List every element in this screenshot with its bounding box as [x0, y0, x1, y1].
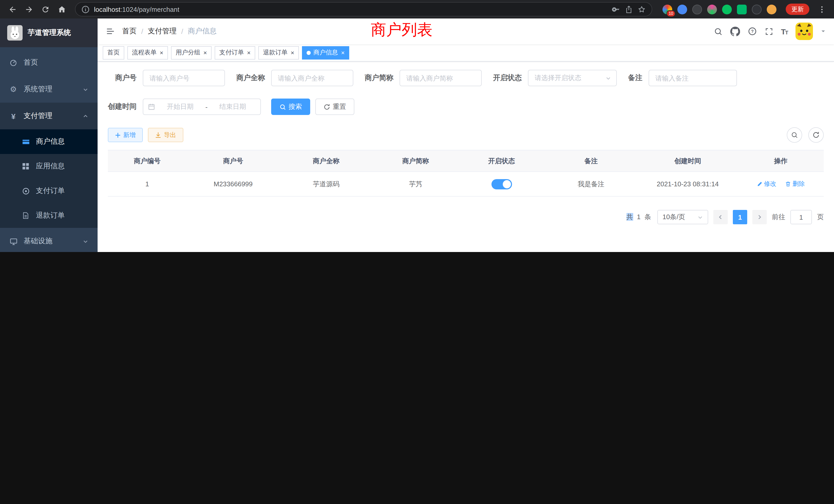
remark-input[interactable] — [649, 70, 737, 86]
table-toolbar: 新增 导出 — [108, 127, 824, 143]
breadcrumb-item[interactable]: 首页 — [122, 27, 137, 36]
column-header-status: 开启状态 — [459, 150, 545, 172]
user-avatar[interactable] — [795, 23, 813, 40]
browser-toolbar: localhost:1024/pay/merchant 10 更新 — [0, 0, 834, 19]
search-button[interactable]: 搜索 — [271, 98, 310, 115]
pencil-icon — [757, 181, 762, 187]
font-size-icon[interactable]: TT — [781, 27, 788, 36]
filter-row-2: 创建时间 开始日期 - 结束日期 搜索 重置 — [108, 98, 824, 115]
total-suffix: 条 — [644, 213, 651, 221]
reset-button[interactable]: 重置 — [315, 98, 354, 115]
github-icon[interactable] — [730, 26, 740, 36]
password-key-icon[interactable] — [612, 5, 620, 14]
sidebar-item-payment[interactable]: ¥ 支付管理 — [0, 102, 97, 129]
extension-icon[interactable] — [737, 4, 747, 14]
caret-down-icon[interactable] — [821, 29, 826, 34]
dashboard-icon — [9, 59, 18, 67]
add-button[interactable]: 新增 — [108, 128, 143, 142]
create-time-label: 创建时间 — [108, 102, 143, 111]
extension-icon[interactable] — [692, 4, 702, 14]
cell-no: 1 — [108, 172, 187, 196]
extension-icon[interactable] — [722, 4, 732, 14]
reload-button[interactable] — [38, 2, 52, 17]
extension-icon[interactable] — [707, 4, 717, 14]
fullscreen-icon[interactable] — [764, 27, 773, 36]
top-navbar: 首页 / 支付管理 / 商户信息 ? TT — [97, 19, 834, 44]
create-time-range-picker[interactable]: 开始日期 - 结束日期 — [143, 98, 261, 115]
date-start-placeholder: 开始日期 — [157, 102, 203, 111]
sidebar-item-system[interactable]: ⚙ 系统管理 — [0, 76, 97, 102]
help-icon[interactable]: ? — [747, 27, 757, 36]
page-size-select[interactable]: 10条/页 — [657, 210, 708, 224]
tab-pay-order[interactable]: 支付订单 × — [215, 46, 255, 59]
filter-row-1: 商户号 商户全称 商户简称 开启状态 请选择开启状态 — [108, 70, 824, 86]
goto-page-input[interactable] — [790, 210, 812, 224]
column-header-short-name: 商户简称 — [373, 150, 459, 172]
edit-button[interactable]: 修改 — [757, 180, 776, 188]
header-search-icon[interactable] — [714, 27, 722, 36]
tab-user-group[interactable]: 用户分组 × — [171, 46, 212, 59]
tab-close-icon[interactable]: × — [203, 49, 207, 56]
prev-page-button[interactable] — [713, 210, 728, 224]
forward-button[interactable] — [22, 2, 36, 17]
sidebar-toggle-button[interactable] — [106, 27, 115, 36]
sidebar-item-merchant-info[interactable]: 商户信息 — [0, 129, 97, 154]
total-count: 共 1 条 — [625, 212, 652, 222]
tab-close-icon[interactable]: × — [160, 49, 163, 56]
sidebar-item-app-info[interactable]: 应用信息 — [0, 154, 97, 179]
sidebar-item-pay-order[interactable]: 支付订单 — [0, 179, 97, 203]
breadcrumb-item-current: 商户信息 — [188, 27, 217, 36]
extension-icon[interactable] — [677, 4, 687, 14]
tab-refund-order[interactable]: 退款订单 × — [258, 46, 299, 59]
full-name-input[interactable] — [271, 70, 353, 86]
site-info-icon[interactable] — [81, 5, 90, 14]
address-bar[interactable]: localhost:1024/pay/merchant — [75, 2, 652, 17]
sidebar-item-home[interactable]: 首页 — [0, 49, 97, 76]
column-header-remark: 备注 — [545, 150, 638, 172]
refresh-table-button[interactable] — [808, 127, 824, 143]
sidebar-item-label: 基础设施 — [24, 236, 52, 246]
navbar-actions: ? TT — [714, 23, 826, 40]
tab-merchant-info[interactable]: 商户信息 × — [302, 46, 349, 59]
sidebar-item-refund-order[interactable]: 退款订单 — [0, 203, 97, 228]
status-toggle[interactable] — [491, 179, 512, 189]
back-button[interactable] — [5, 2, 20, 17]
trash-icon — [785, 181, 791, 187]
tab-close-icon[interactable]: × — [291, 49, 294, 56]
short-name-input[interactable] — [399, 70, 482, 86]
home-button[interactable] — [54, 2, 69, 17]
delete-button[interactable]: 删除 — [785, 180, 805, 188]
active-tab-dot — [307, 50, 311, 55]
sidebar-item-infrastructure[interactable]: 基础设施 — [0, 228, 97, 252]
tab-process-form[interactable]: 流程表单 × — [127, 46, 168, 59]
page-number-button[interactable]: 1 — [733, 210, 747, 224]
tab-close-icon[interactable]: × — [341, 49, 345, 56]
browser-menu-button[interactable] — [814, 2, 829, 17]
column-header-create-time: 创建时间 — [638, 150, 738, 172]
chevron-up-icon — [83, 113, 88, 119]
share-icon[interactable] — [624, 5, 633, 14]
extension-badge: 10 — [666, 10, 675, 17]
extension-icon[interactable] — [752, 4, 762, 14]
monitor-icon — [9, 237, 18, 245]
right-tools — [787, 127, 824, 143]
tab-close-icon[interactable]: × — [247, 49, 250, 56]
extension-icon[interactable] — [767, 4, 776, 14]
merchant-no-input[interactable] — [143, 70, 225, 86]
toggle-search-button[interactable] — [787, 127, 802, 143]
bookmark-star-icon[interactable] — [637, 5, 646, 14]
app-logo[interactable]: 芋道管理系统 — [0, 19, 97, 47]
tab-home[interactable]: 首页 — [103, 46, 124, 59]
column-header-actions: 操作 — [738, 150, 824, 172]
breadcrumb-item[interactable]: 支付管理 — [148, 27, 177, 36]
next-page-button[interactable] — [752, 210, 767, 224]
browser-update-button[interactable]: 更新 — [786, 4, 809, 15]
cell-short-name: 芋艿 — [373, 172, 459, 196]
goto-suffix: 页 — [817, 212, 824, 222]
export-button[interactable]: 导出 — [148, 128, 183, 142]
chevron-down-icon — [83, 238, 88, 244]
download-icon — [155, 132, 161, 138]
avatar-pikachu-icon — [795, 23, 813, 40]
extension-icon[interactable]: 10 — [662, 4, 672, 14]
status-select[interactable]: 请选择开启状态 — [528, 70, 617, 86]
